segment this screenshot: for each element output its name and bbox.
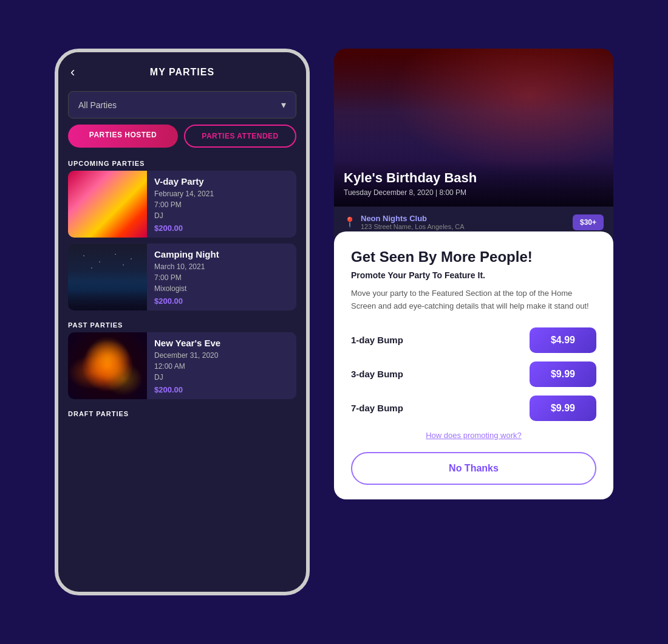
venue-name: Neon Nights Club: [361, 214, 465, 223]
bump-row-1day: 1-day Bump $4.99: [351, 327, 596, 353]
party-name: New Year's Eve: [154, 338, 220, 348]
party-role: Mixologist: [154, 283, 219, 294]
party-name: V-day Party: [154, 176, 214, 187]
party-role: DJ: [154, 372, 220, 383]
event-datetime: Tuesday December 8, 2020 | 8:00 PM: [344, 188, 604, 197]
party-date: March 10, 2021: [154, 261, 219, 272]
all-parties-dropdown[interactable]: All Parties ▾: [68, 91, 296, 118]
party-date: February 14, 2021: [154, 188, 214, 199]
dropdown-container: All Parties ▾: [58, 85, 306, 125]
upcoming-section-label: UPCOMING PARTIES: [58, 155, 306, 171]
right-panel: Kyle's Birthday Bash Tuesday December 8,…: [334, 49, 613, 595]
left-phone: ‹ MY PARTIES All Parties ▾ PARTIES HOSTE…: [55, 49, 310, 595]
party-role: DJ: [154, 210, 214, 221]
party-image-camping: [68, 244, 147, 310]
party-price: $200.00: [154, 224, 214, 233]
event-card-top: Kyle's Birthday Bash Tuesday December 8,…: [334, 49, 613, 207]
page-title: MY PARTIES: [70, 67, 294, 78]
bump-row-3day: 3-day Bump $9.99: [351, 361, 596, 387]
party-info-vday: V-day Party February 14, 2021 7:00 PM DJ…: [147, 171, 221, 238]
bump-button-3day[interactable]: $9.99: [530, 361, 596, 387]
party-image-vday: [68, 171, 147, 238]
promo-modal: Get Seen By More People! Promote Your Pa…: [334, 231, 613, 499]
past-section-label: PAST PARTIES: [58, 317, 306, 332]
bump-button-1day[interactable]: $4.99: [530, 327, 596, 353]
back-button[interactable]: ‹: [70, 64, 75, 80]
party-time: 12:00 AM: [154, 361, 220, 372]
bump-row-7day: 7-day Bump $9.99: [351, 396, 596, 421]
chevron-down-icon: ▾: [281, 99, 286, 111]
party-name: Camping Night: [154, 249, 219, 259]
party-info-nye: New Year's Eve December 31, 2020 12:00 A…: [147, 332, 228, 399]
location-icon: 📍: [344, 216, 356, 228]
phone-header: ‹ MY PARTIES: [58, 52, 306, 85]
promo-subtitle: Promote Your Party To Feature It.: [351, 270, 596, 280]
how-promoting-works-link[interactable]: How does promoting work?: [351, 431, 596, 440]
phone-content: UPCOMING PARTIES V-day Party February 14…: [58, 155, 306, 592]
tab-parties-hosted[interactable]: PARTIES HOSTED: [68, 125, 178, 148]
camping-stars-decoration: [68, 250, 147, 280]
bump-label-1day: 1-day Bump: [351, 335, 403, 345]
no-thanks-button[interactable]: No Thanks: [351, 452, 596, 485]
draft-section-label: DRAFT PARTIES: [58, 405, 306, 421]
promo-description: Move your party to the Featured Section …: [351, 287, 596, 313]
list-item[interactable]: New Year's Eve December 31, 2020 12:00 A…: [68, 332, 296, 399]
fireworks-decoration: [68, 332, 147, 399]
promo-title: Get Seen By More People!: [351, 248, 596, 265]
list-item[interactable]: Camping Night March 10, 2021 7:00 PM Mix…: [68, 244, 296, 310]
list-item[interactable]: V-day Party February 14, 2021 7:00 PM DJ…: [68, 171, 296, 238]
event-overlay: Kyle's Birthday Bash Tuesday December 8,…: [334, 160, 613, 207]
party-price: $200.00: [154, 296, 219, 306]
price-badge: $30+: [573, 214, 604, 230]
party-image-nye: [68, 332, 147, 399]
mountains-decoration: [68, 280, 147, 310]
dropdown-value: All Parties: [78, 100, 117, 110]
party-time: 7:00 PM: [154, 272, 219, 283]
bump-label-7day: 7-day Bump: [351, 403, 403, 413]
party-price: $200.00: [154, 385, 220, 394]
party-time: 7:00 PM: [154, 199, 214, 210]
bump-button-7day[interactable]: $9.99: [530, 396, 596, 421]
venue-address: 123 Street Name, Los Angeles, CA: [361, 223, 465, 230]
tab-row: PARTIES HOSTED PARTIES ATTENDED: [58, 125, 306, 155]
tab-parties-attended[interactable]: PARTIES ATTENDED: [184, 125, 296, 148]
party-date: December 31, 2020: [154, 350, 220, 361]
venue-details: Neon Nights Club 123 Street Name, Los An…: [361, 214, 465, 230]
bump-label-3day: 3-day Bump: [351, 369, 403, 379]
venue-info: 📍 Neon Nights Club 123 Street Name, Los …: [344, 214, 465, 230]
party-info-camping: Camping Night March 10, 2021 7:00 PM Mix…: [147, 244, 227, 310]
event-title: Kyle's Birthday Bash: [344, 170, 604, 186]
